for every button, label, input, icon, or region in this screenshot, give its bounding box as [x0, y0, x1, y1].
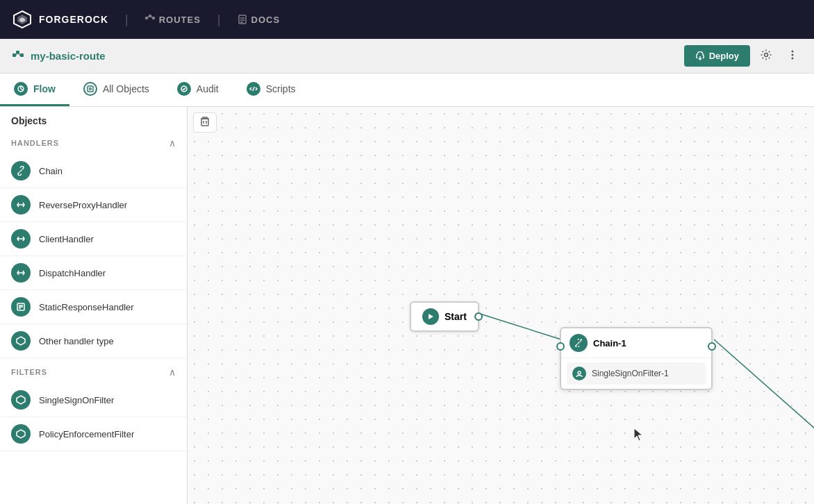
client-handler-icon	[11, 229, 31, 249]
svg-line-6	[148, 16, 149, 18]
chain1-filter-label: SingleSignOnFilter-1	[592, 369, 669, 378]
sidebar-item-chain[interactable]: Chain	[0, 154, 187, 188]
chain1-body: SingleSignOnFilter-1	[561, 358, 711, 389]
all-objects-tab-icon	[83, 82, 97, 96]
tab-scripts[interactable]: Scripts	[233, 74, 310, 106]
start-node-icon	[422, 308, 439, 325]
chain1-header: Chain-1	[561, 328, 711, 358]
sub-header-left: my-basic-route	[11, 49, 106, 63]
svg-marker-40	[17, 430, 25, 438]
docs-label: DOCS	[251, 15, 281, 25]
flow-tab-label: Flow	[33, 83, 56, 94]
reverse-proxy-icon	[11, 195, 31, 215]
svg-point-20	[792, 54, 794, 56]
static-response-label: StaticResponseHandler	[39, 302, 134, 312]
sso-filter-node-icon	[572, 367, 586, 380]
nav-routes[interactable]: ROUTES	[145, 15, 201, 25]
static-response-icon	[11, 297, 31, 317]
svg-line-7	[151, 16, 152, 18]
svg-line-29	[253, 87, 254, 91]
start-node-right-connector[interactable]	[474, 312, 483, 321]
other-handler-label: Other handler type	[39, 336, 114, 346]
dispatch-handler-icon	[11, 263, 31, 283]
logo-area: FORGEROCK	[11, 8, 108, 31]
svg-point-19	[792, 51, 794, 53]
start-node-label: Start	[445, 311, 467, 322]
tab-all-objects[interactable]: All Objects	[69, 74, 163, 106]
audit-tab-label: Audit	[197, 83, 219, 94]
cursor-indicator	[633, 428, 645, 444]
svg-line-47	[578, 342, 580, 344]
trash-icon	[199, 116, 210, 127]
flow-canvas[interactable]: Start Chain-1	[188, 107, 814, 504]
tab-audit[interactable]: Audit	[163, 74, 233, 106]
settings-icon	[760, 49, 772, 61]
svg-marker-46	[429, 314, 433, 319]
svg-rect-5	[152, 17, 155, 19]
sub-header: my-basic-route Deploy	[0, 39, 814, 74]
svg-rect-4	[149, 15, 151, 17]
policy-filter-icon	[11, 424, 31, 444]
start-node[interactable]: Start	[410, 301, 479, 332]
sub-header-right: Deploy	[684, 44, 803, 67]
settings-button[interactable]	[756, 44, 776, 67]
objects-label: Objects	[0, 107, 187, 129]
chain1-filter-item[interactable]: SingleSignOnFilter-1	[567, 362, 706, 385]
sidebar-item-dispatch-handler[interactable]: DispatchHandler	[0, 256, 187, 290]
all-objects-tab-label: All Objects	[103, 83, 149, 94]
routes-icon	[145, 15, 155, 24]
svg-rect-3	[145, 17, 148, 19]
sidebar-item-client-handler[interactable]: ClientHandler	[0, 222, 187, 256]
chain1-left-connector[interactable]	[556, 342, 565, 351]
route-icon	[11, 49, 25, 63]
cloud-icon	[695, 51, 705, 61]
more-options-button[interactable]	[782, 44, 803, 67]
svg-line-44	[478, 313, 561, 339]
route-name: my-basic-route	[31, 50, 106, 62]
sidebar-item-policy-filter[interactable]: PolicyEnforcementFilter	[0, 417, 187, 451]
tab-flow[interactable]: Flow	[0, 74, 69, 106]
sidebar-item-reverse-proxy[interactable]: ReverseProxyHandler	[0, 188, 187, 222]
tab-bar: Flow All Objects Audit Scr	[0, 74, 814, 107]
sidebar-item-sso-filter[interactable]: SingleSignOnFilter	[0, 383, 187, 417]
nav-divider2: |	[217, 12, 221, 27]
delete-button[interactable]	[193, 112, 217, 133]
canvas-toolbar	[193, 112, 217, 133]
svg-line-24	[21, 89, 23, 90]
filters-label: FILTERS	[11, 368, 47, 376]
sidebar: Objects HANDLERS ∧ Chain	[0, 107, 188, 504]
policy-filter-label: PolicyEnforcementFilter	[39, 429, 134, 439]
svg-line-45	[714, 339, 814, 435]
chain-node-1[interactable]: Chain-1 SingleSignOnFilter-1	[560, 327, 713, 390]
svg-rect-13	[16, 51, 19, 54]
top-navigation: FORGEROCK | ROUTES | DOCS	[0, 0, 814, 39]
svg-marker-38	[17, 337, 25, 345]
connections-layer	[188, 107, 814, 504]
filters-collapse-button[interactable]: ∧	[169, 367, 176, 378]
svg-line-16	[19, 54, 20, 56]
svg-point-21	[792, 58, 794, 60]
sso-filter-icon	[11, 390, 31, 410]
sidebar-item-static-response[interactable]: StaticResponseHandler	[0, 290, 187, 324]
svg-rect-41	[201, 119, 208, 126]
handlers-collapse-button[interactable]: ∧	[169, 137, 176, 149]
sidebar-item-other-handler[interactable]: Other handler type	[0, 324, 187, 358]
deploy-label: Deploy	[709, 51, 739, 61]
client-handler-label: ClientHandler	[39, 234, 94, 244]
svg-line-30	[20, 170, 22, 172]
chain-handler-icon	[11, 161, 31, 180]
flow-tab-icon	[14, 82, 28, 96]
svg-rect-25	[88, 86, 93, 92]
chain1-right-connector[interactable]	[708, 342, 716, 351]
nav-docs[interactable]: DOCS	[238, 15, 281, 25]
docs-icon	[238, 15, 247, 24]
svg-marker-39	[17, 396, 25, 404]
svg-point-18	[765, 53, 768, 57]
chain1-icon	[570, 334, 588, 352]
filters-section-header: FILTERS ∧	[0, 358, 187, 383]
svg-rect-14	[20, 53, 24, 57]
routes-label: ROUTES	[159, 15, 201, 25]
sso-filter-label: SingleSignOnFilter	[39, 395, 114, 405]
other-handler-icon	[11, 331, 31, 351]
deploy-button[interactable]: Deploy	[684, 45, 750, 67]
